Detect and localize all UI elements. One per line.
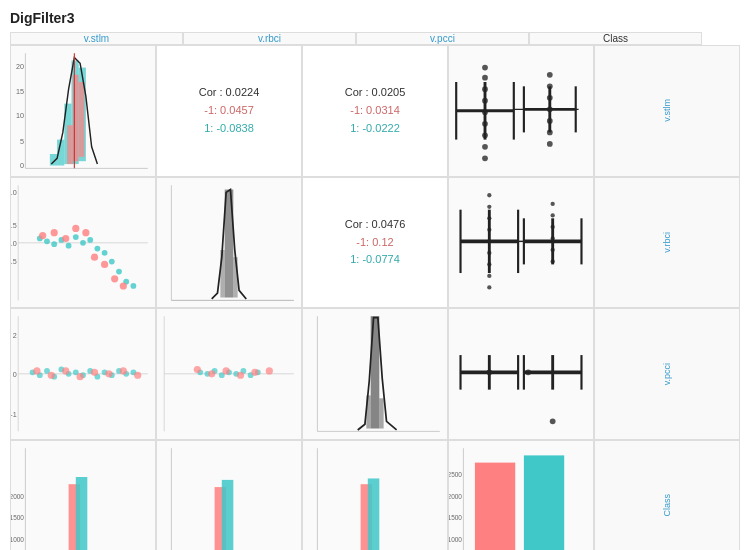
svg-point-45 xyxy=(51,241,57,247)
barchart-svg-r3c3: 500 1000 1500 2000 2500 xyxy=(449,441,593,550)
svg-point-35 xyxy=(547,141,553,147)
hist-svg-r0c0: 0 5 10 15 20 xyxy=(11,46,155,176)
svg-point-139 xyxy=(194,366,201,373)
cell-r1c1 xyxy=(156,177,302,309)
svg-point-16 xyxy=(482,65,488,71)
svg-rect-149 xyxy=(379,398,383,428)
svg-text:0: 0 xyxy=(20,161,24,170)
svg-rect-172 xyxy=(222,480,234,550)
svg-point-90 xyxy=(551,213,555,217)
svg-text:2000: 2000 xyxy=(449,492,462,499)
svg-point-123 xyxy=(120,368,127,375)
svg-text:0: 0 xyxy=(13,370,17,379)
svg-point-143 xyxy=(251,369,258,376)
svg-text:2: 2 xyxy=(13,331,17,340)
svg-point-17 xyxy=(482,75,488,81)
svg-point-124 xyxy=(134,372,141,379)
cell-r3c3: 500 1000 1500 2000 2500 xyxy=(448,440,594,550)
svg-text:20: 20 xyxy=(16,62,24,71)
chart-area: v.stlm v.rbci v.pcci Class xyxy=(10,32,740,522)
svg-point-29 xyxy=(547,72,553,78)
svg-point-24 xyxy=(482,155,488,161)
hist-svg-r2c2 xyxy=(303,309,447,439)
svg-point-117 xyxy=(33,368,40,375)
col-header-vstlm: v.stlm xyxy=(10,32,183,45)
cor-text-r1c2: Cor : 0.0476 -1: 0.12 1: -0.0774 xyxy=(345,216,406,269)
classhist-svg-r3c1 xyxy=(157,441,301,550)
svg-point-65 xyxy=(120,282,127,289)
svg-point-57 xyxy=(39,232,46,239)
svg-point-23 xyxy=(482,144,488,150)
cell-r0c3 xyxy=(448,45,594,177)
svg-point-44 xyxy=(44,238,50,244)
svg-point-50 xyxy=(87,237,93,243)
svg-point-58 xyxy=(51,229,58,236)
page-container: DigFilter3 v.stlm v.rbci v.pcci Class xyxy=(0,0,750,550)
classhist-svg-r3c2 xyxy=(303,441,447,550)
svg-rect-8 xyxy=(67,125,73,164)
svg-point-160 xyxy=(550,419,556,425)
svg-point-59 xyxy=(62,234,69,241)
svg-point-89 xyxy=(551,201,555,205)
cell-r2c2 xyxy=(302,308,448,440)
boxplot-svg-r2c3 xyxy=(449,309,593,439)
svg-text:2500: 2500 xyxy=(449,471,462,478)
scatter-svg-r1c0: 1.0 0.5 0.0 -0.5 xyxy=(11,178,155,308)
grid-row-0: 0 5 10 15 20 Cor : 0.0224 -1: 0.0457 1: … xyxy=(10,45,740,177)
svg-text:1000: 1000 xyxy=(449,536,462,543)
classhist-svg-r3c0: 500 1000 1500 2000 xyxy=(11,441,155,550)
cell-r0c2: Cor : 0.0205 -1: 0.0314 1: -0.0222 xyxy=(302,45,448,177)
svg-point-56 xyxy=(131,283,137,289)
svg-point-140 xyxy=(208,370,215,377)
svg-text:1.0: 1.0 xyxy=(11,188,17,197)
cor-text-r0c1: Cor : 0.0224 -1: 0.0457 1: -0.0838 xyxy=(199,84,260,137)
page-title: DigFilter3 xyxy=(10,10,740,26)
cell-r2c1 xyxy=(156,308,302,440)
svg-rect-176 xyxy=(368,478,380,550)
svg-text:1500: 1500 xyxy=(11,514,24,521)
svg-text:1500: 1500 xyxy=(449,514,462,521)
svg-rect-179 xyxy=(475,462,515,550)
cell-r2c3 xyxy=(448,308,594,440)
cell-r1c2: Cor : 0.0476 -1: 0.12 1: -0.0774 xyxy=(302,177,448,309)
svg-point-53 xyxy=(109,258,115,264)
svg-point-52 xyxy=(102,250,108,256)
row-label-vpcci: v.pcci xyxy=(594,308,740,440)
row-label-class: Class xyxy=(594,440,740,550)
svg-point-48 xyxy=(73,234,79,240)
cell-r3c0: 500 1000 1500 2000 xyxy=(10,440,156,550)
svg-point-142 xyxy=(237,372,244,379)
svg-point-54 xyxy=(116,268,122,274)
svg-text:10: 10 xyxy=(16,111,24,120)
grid-row-1: 1.0 0.5 0.0 -0.5 xyxy=(10,177,740,309)
boxplot-svg-r1c3 xyxy=(449,178,593,308)
col-header-class: Class xyxy=(529,32,702,45)
row-label-vstlm: v.stlm xyxy=(594,45,740,177)
svg-text:1000: 1000 xyxy=(11,536,24,543)
svg-point-63 xyxy=(101,260,108,267)
svg-text:-1: -1 xyxy=(11,410,17,419)
svg-point-49 xyxy=(80,240,86,246)
svg-text:0.5: 0.5 xyxy=(11,221,17,230)
cell-r0c1: Cor : 0.0224 -1: 0.0457 1: -0.0838 xyxy=(156,45,302,177)
svg-point-60 xyxy=(72,224,79,231)
col-header-vrbci: v.rbci xyxy=(183,32,356,45)
svg-point-141 xyxy=(223,368,230,375)
svg-point-122 xyxy=(105,370,112,377)
grid-row-2: 2 0 -1 xyxy=(10,308,740,440)
svg-point-61 xyxy=(82,229,89,236)
svg-rect-180 xyxy=(524,455,564,550)
svg-point-83 xyxy=(487,273,491,277)
svg-point-121 xyxy=(91,369,98,376)
svg-text:15: 15 xyxy=(16,87,24,96)
cell-r1c0: 1.0 0.5 0.0 -0.5 xyxy=(10,177,156,309)
svg-point-77 xyxy=(487,204,491,208)
svg-point-118 xyxy=(48,372,55,379)
col-header-vpcci: v.pcci xyxy=(356,32,529,45)
row-label-vrbci: v.rbci xyxy=(594,177,740,309)
scatter-svg-r2c0: 2 0 -1 xyxy=(11,309,155,439)
cell-r3c1 xyxy=(156,440,302,550)
svg-point-47 xyxy=(66,242,72,248)
grid-and-labels: v.stlm v.rbci v.pcci Class xyxy=(10,32,740,522)
cell-r1c3 xyxy=(448,177,594,309)
